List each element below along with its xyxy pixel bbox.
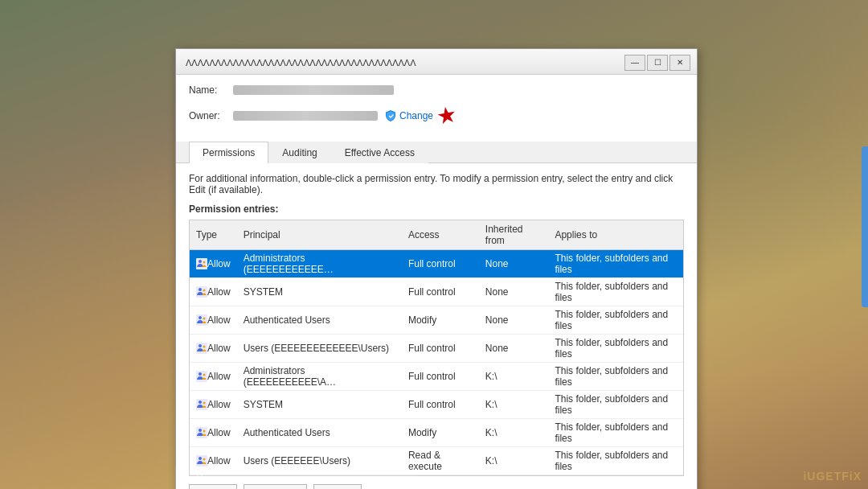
- cell-applies: This folder, subfolders and files: [548, 363, 683, 391]
- cell-applies: This folder, subfolders and files: [548, 447, 683, 475]
- cell-type: Allow: [190, 278, 237, 306]
- cell-inherited: K:\: [479, 419, 549, 447]
- right-edge-decoration: [862, 146, 868, 307]
- tab-effective-access[interactable]: Effective Access: [331, 142, 428, 163]
- permissions-table: Type Principal Access Inherited from App…: [190, 220, 683, 475]
- maximize-button[interactable]: ☐: [647, 55, 668, 71]
- name-label: Name:: [189, 84, 233, 96]
- cell-access: Full control: [402, 335, 479, 363]
- cell-principal: SYSTEM: [237, 391, 402, 419]
- cell-access: Modify: [402, 306, 479, 335]
- change-link[interactable]: Change: [384, 109, 433, 122]
- svg-point-20: [203, 430, 206, 433]
- svg-rect-3: [196, 286, 207, 298]
- svg-rect-15: [196, 399, 207, 410]
- svg-point-8: [203, 318, 206, 320]
- svg-point-10: [199, 344, 202, 347]
- svg-rect-21: [196, 455, 207, 466]
- col-type: Type: [190, 220, 237, 250]
- permissions-content: For additional information, double-click…: [176, 163, 697, 489]
- col-principal: Principal: [237, 220, 402, 250]
- svg-point-17: [203, 402, 206, 405]
- section-label: Permission entries:: [189, 203, 684, 215]
- svg-point-5: [203, 290, 206, 292]
- cell-applies: This folder, subfolders and files: [548, 306, 683, 335]
- table-row[interactable]: AllowSYSTEMFull controlNoneThis folder, …: [190, 278, 683, 306]
- bottom-hint: Modify: [175, 466, 416, 489]
- svg-point-11: [203, 346, 206, 348]
- cell-type: Allow: [190, 391, 237, 419]
- cell-access: Full control: [402, 250, 479, 278]
- svg-point-22: [199, 457, 202, 460]
- svg-point-7: [199, 316, 202, 319]
- dialog-window: ΛΛΛΛΛΛΛΛΛΛΛΛΛΛΛΛΛΛΛΛΛΛΛΛΛΛΛΛΛΛΛΛΛΛΛΛΛΛΛ …: [175, 48, 698, 489]
- owner-label: Owner:: [189, 110, 233, 121]
- col-inherited: Inherited from: [479, 220, 549, 250]
- cell-type: Allow: [190, 335, 237, 363]
- cell-inherited: K:\: [479, 363, 549, 391]
- info-section: Name: Owner: Change ★: [176, 75, 697, 142]
- description-text: For additional information, double-click…: [189, 173, 684, 195]
- close-button[interactable]: ✕: [669, 55, 690, 71]
- cell-principal: SYSTEM: [237, 278, 402, 306]
- watermark: iUGETFiX: [803, 470, 862, 483]
- cell-inherited: None: [479, 250, 549, 278]
- cell-applies: This folder, subfolders and files: [548, 419, 683, 447]
- minimize-button[interactable]: —: [624, 55, 645, 71]
- cell-applies: This folder, subfolders and files: [548, 278, 683, 306]
- svg-point-16: [199, 401, 202, 404]
- svg-point-19: [199, 429, 202, 432]
- col-access: Access: [402, 220, 479, 250]
- tab-auditing[interactable]: Auditing: [268, 142, 330, 163]
- table-row[interactable]: AllowUsers (ΕΕΕΕΕΕΕΕΕΕΕΕΕ\Users)Full con…: [190, 335, 683, 363]
- name-value: [233, 85, 394, 95]
- permissions-table-container: Type Principal Access Inherited from App…: [189, 220, 684, 476]
- svg-point-4: [199, 288, 202, 291]
- table-row[interactable]: AllowAdministrators (ΕΕΕΕΕΕΕΕΕΕΕΕ…Full c…: [190, 250, 683, 278]
- table-row[interactable]: AllowAdministrators (ΕΕΕΕΕΕΕΕΕΕΕ\A…Full …: [190, 363, 683, 391]
- svg-rect-18: [196, 427, 207, 438]
- cell-inherited: None: [479, 278, 549, 306]
- table-row[interactable]: AllowAuthenticated UsersModifyK:\This fo…: [190, 419, 683, 447]
- table-row[interactable]: AllowAuthenticated UsersModifyNoneThis f…: [190, 306, 683, 335]
- cell-type: Allow: [190, 419, 237, 447]
- svg-point-23: [203, 458, 206, 461]
- owner-value: [233, 111, 378, 121]
- title-bar: ΛΛΛΛΛΛΛΛΛΛΛΛΛΛΛΛΛΛΛΛΛΛΛΛΛΛΛΛΛΛΛΛΛΛΛΛΛΛΛ …: [176, 49, 697, 75]
- title-bar-text: ΛΛΛΛΛΛΛΛΛΛΛΛΛΛΛΛΛΛΛΛΛΛΛΛΛΛΛΛΛΛΛΛΛΛΛΛΛΛΛ: [186, 58, 624, 68]
- cell-applies: This folder, subfolders and files: [548, 335, 683, 363]
- cell-access: Full control: [402, 278, 479, 306]
- shield-icon: [384, 109, 397, 122]
- svg-point-2: [203, 261, 206, 264]
- cell-type: Allow: [190, 363, 237, 391]
- owner-row: Owner: Change ★: [189, 102, 684, 129]
- col-applies: Applies to: [548, 220, 683, 250]
- cell-inherited: K:\: [479, 447, 549, 475]
- svg-rect-0: [196, 258, 207, 269]
- cell-applies: This folder, subfolders and files: [548, 391, 683, 419]
- tabs-container: Permissions Auditing Effective Access: [176, 142, 697, 163]
- svg-point-1: [199, 260, 202, 263]
- cell-access: Full control: [402, 363, 479, 391]
- table-row[interactable]: AllowSYSTEMFull controlK:\This folder, s…: [190, 391, 683, 419]
- bottom-hint-text: Modify: [182, 473, 207, 483]
- svg-rect-6: [196, 314, 207, 326]
- cell-access: Full control: [402, 391, 479, 419]
- title-bar-controls: — ☐ ✕: [624, 55, 690, 71]
- cell-inherited: None: [479, 335, 549, 363]
- cell-principal: Users (ΕΕΕΕΕΕΕΕΕΕΕΕΕ\Users): [237, 335, 402, 363]
- cell-principal: Authenticated Users: [237, 306, 402, 335]
- cell-principal: Administrators (ΕΕΕΕΕΕΕΕΕΕΕ\A…: [237, 363, 402, 391]
- table-header-row: Type Principal Access Inherited from App…: [190, 220, 683, 250]
- cell-inherited: K:\: [479, 391, 549, 419]
- cell-principal: Authenticated Users: [237, 419, 402, 447]
- cell-type: Allow: [190, 250, 237, 278]
- svg-rect-12: [196, 371, 207, 382]
- svg-point-14: [203, 374, 206, 376]
- cell-inherited: None: [479, 306, 549, 335]
- star-decoration: ★: [434, 101, 458, 130]
- name-row: Name:: [189, 84, 684, 96]
- cell-type: Allow: [190, 306, 237, 335]
- cell-applies: This folder, subfolders and files: [548, 250, 683, 278]
- tab-permissions[interactable]: Permissions: [189, 142, 268, 163]
